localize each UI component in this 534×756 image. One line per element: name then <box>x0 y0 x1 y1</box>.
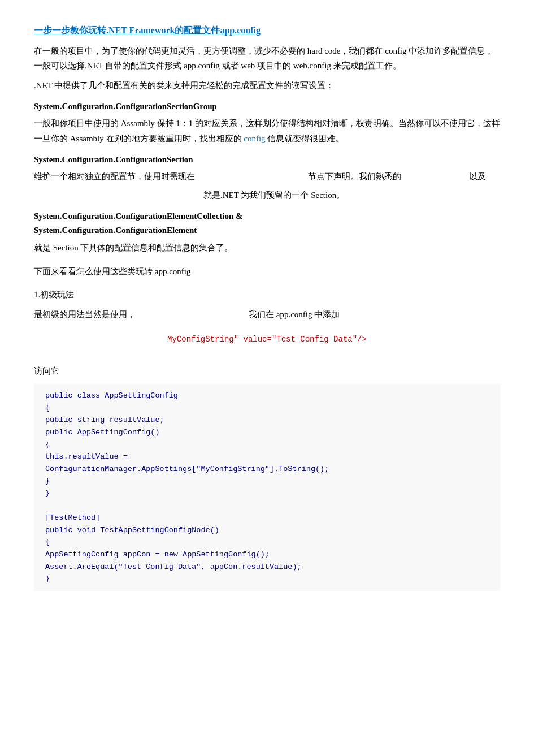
article-title: 一步一步教你玩转.NET Framework的配置文件app.config <box>34 23 500 38</box>
code-line-5: { <box>45 439 489 451</box>
code-line-7: ConfigurationManager.AppSettings[″MyConf… <box>45 463 489 476</box>
code-line-4: public AppSettingConfig() <box>45 426 489 439</box>
code-line-11: public void TestAppSettingConfigNode() <box>45 524 489 537</box>
code-line-1: public class AppSettingConfig <box>45 390 489 402</box>
code-line-9: } <box>45 487 489 500</box>
config-code-line: MyConfigString″ value=″Test Config Data″… <box>34 333 500 347</box>
paragraph-2: 维护一个相对独立的配置节，使用时需现在节点下声明。我们熟悉的以及 <box>34 169 500 184</box>
level1-desc: 最初级的用法当然是使用，我们在 app.config 中添加 <box>34 307 500 322</box>
paragraph-3: 就是 Section 下具体的配置信息和配置信息的集合了。 <box>34 240 500 255</box>
code-line-2: { <box>45 402 489 414</box>
code-line-6: this.resultValue = <box>45 451 489 463</box>
code-line-12: { <box>45 536 489 548</box>
visit-label: 访问它 <box>34 364 500 378</box>
article-container: 一步一步教你玩转.NET Framework的配置文件app.config 在一… <box>34 23 500 591</box>
intro-paragraph-2: .NET 中提供了几个和配置有关的类来支持用完轻松的完成配置文件的读写设置： <box>34 78 500 93</box>
code-line-3: public string resultValue; <box>45 414 489 426</box>
paragraph-2b: 就是.NET 为我们预留的一个 Section。 <box>203 188 500 202</box>
code-block: public class AppSettingConfig { public s… <box>34 384 500 591</box>
code-line-13: AppSettingConfig appCon = new AppSetting… <box>45 548 489 561</box>
intro-paragraph-1: 在一般的项目中，为了使你的代码更加灵活，更方便调整，减少不必要的 hard co… <box>34 44 500 74</box>
code-line-blank <box>45 500 489 512</box>
paragraph-1: 一般和你项目中使用的 Assambly 保持 1：1 的对应关系，这样划分使得结… <box>34 116 500 146</box>
heading-3: System.Configuration.ConfigurationElemen… <box>34 209 500 238</box>
heading-2: System.Configuration.ConfigurationSectio… <box>34 153 500 167</box>
code-line-10: [TestMethod] <box>45 512 489 524</box>
code-line-14: Assert.AreEqual(″Test Config Data″, appC… <box>45 561 489 573</box>
code-line-8: } <box>45 475 489 487</box>
code-line-15: } <box>45 573 489 585</box>
usage-intro: 下面来看看怎么使用这些类玩转 app.config <box>34 264 500 279</box>
level1-heading: 1.初级玩法 <box>34 288 500 303</box>
heading-1: System.Configuration.ConfigurationSectio… <box>34 100 500 114</box>
